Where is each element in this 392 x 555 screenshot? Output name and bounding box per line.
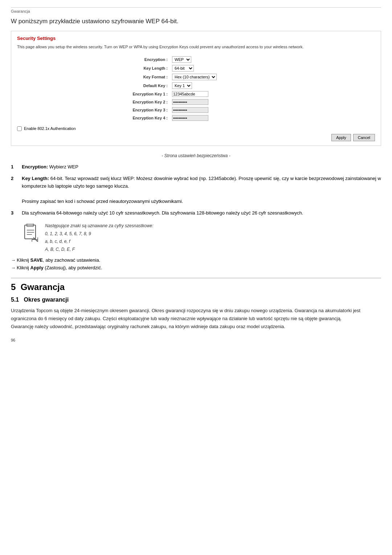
notepad-icon-svg	[22, 224, 40, 242]
auth-row: Enable 802.1x Authentication	[17, 126, 375, 131]
hex-text-block: Następujące znaki są uznawane za cyfry s…	[45, 222, 154, 253]
instruction-note-2: Prosimy zapisać ten kod i schować przed …	[22, 199, 183, 204]
encryption-value-cell: WEP WPA None	[171, 55, 272, 64]
settings-table: Encryption : WEP WPA None Key Length : 6…	[120, 55, 272, 122]
auth-checkbox-label: Enable 802.1x Authentication	[24, 126, 76, 131]
key-format-value-cell: Hex (10 characters) ASCII	[171, 73, 272, 81]
enc-key3-label: Encryption Key 3 :	[120, 106, 171, 114]
arrow-item-1: Kliknij SAVE, aby zachować ustawienia.	[11, 257, 381, 263]
default-key-select[interactable]: Key 1 Key 2 Key 3 Key 4	[172, 82, 192, 89]
hex-line2: a, b, c, d, e, f	[45, 239, 70, 244]
instruction-text-2: 64-bit. Teraz wprowadź swój klucz WEP: M…	[22, 176, 381, 189]
enc-key4-row: Encryption Key 4 :	[120, 114, 272, 122]
enc-key4-label: Encryption Key 4 :	[120, 114, 171, 122]
subsection-5-1-heading: 5.1 Okres gwarancji	[11, 297, 381, 303]
default-key-label: Default Key :	[120, 81, 171, 90]
instruction-text-3: Dla szyfrowania 64-bitowego należy użyć …	[22, 210, 303, 216]
key-format-row: Key Format : Hex (10 characters) ASCII	[120, 73, 272, 81]
arrow-item-2-after: (Zastosuj), aby potwierdzić.	[44, 265, 102, 270]
instruction-bold-1: Encryption:	[22, 164, 48, 170]
enc-key2-row: Encryption Key 2 :	[120, 98, 272, 106]
cancel-button[interactable]: Cancel	[353, 134, 375, 141]
key-length-row: Key Length : 64-bit 128-bit	[120, 64, 272, 73]
enc-key1-input[interactable]	[172, 91, 208, 97]
section-5-num: 5	[11, 282, 16, 292]
subsection-5-1-num: 5.1	[11, 297, 19, 303]
security-description: This page allows you setup the wireless …	[17, 44, 375, 50]
page-header-text: Gwarancja	[11, 9, 30, 13]
page-number: 96	[11, 338, 381, 342]
warranty-text: Urządzenia Topcom są objęte 24-miesięczn…	[11, 307, 381, 331]
apply-button[interactable]: Apply	[331, 134, 351, 141]
key-length-select[interactable]: 64-bit 128-bit	[172, 65, 194, 72]
auth-checkbox[interactable]	[17, 126, 22, 131]
enc-key4-input[interactable]	[172, 115, 208, 121]
enc-key3-value-cell	[171, 106, 272, 114]
enc-key1-value-cell	[171, 90, 272, 98]
instruction-bold-2: Key Length:	[22, 176, 49, 181]
default-key-row: Default Key : Key 1 Key 2 Key 3 Key 4	[120, 81, 272, 90]
security-settings-box: Security Settings This page allows you s…	[11, 31, 381, 146]
arrow-item-2: Kliknij Apply (Zastosuj), aby potwierdzi…	[11, 265, 381, 270]
instruction-item-3: 3 Dla szyfrowania 64-bitowego należy uży…	[11, 209, 381, 217]
security-title: Security Settings	[17, 36, 375, 41]
default-key-value-cell: Key 1 Key 2 Key 3 Key 4	[171, 81, 272, 90]
instruction-item-1: 1 Encryption: Wybierz WEP	[11, 163, 381, 171]
button-row: Apply Cancel	[17, 134, 375, 141]
arrow-item-2-bold: Apply	[30, 265, 44, 270]
enc-key2-input[interactable]	[172, 99, 208, 105]
instruction-num-3: 3	[11, 209, 13, 217]
arrow-item-1-after: , aby zachować ustawienia.	[43, 257, 100, 263]
intro-heading: W poniższym przykładzie ustawiono szyfro…	[11, 18, 381, 25]
encryption-row: Encryption : WEP WPA None	[120, 55, 272, 64]
section-5-heading: 5 Gwarancja	[11, 278, 381, 292]
enc-key3-input[interactable]	[172, 107, 208, 113]
page-header: Gwarancja	[11, 7, 381, 13]
arrow-item-2-before: Kliknij	[17, 265, 30, 270]
subsection-5-1-title: Okres gwarancji	[24, 297, 69, 303]
hex-line1: 0, 1, 2, 3, 4, 5, 6, 7, 8, 9	[45, 231, 91, 236]
instruction-item-2: 2 Key Length: 64-bit. Teraz wprowadź swó…	[11, 175, 381, 205]
instruction-num-2: 2	[11, 175, 13, 183]
arrow-item-1-bold: SAVE	[30, 257, 43, 263]
enc-key3-row: Encryption Key 3 :	[120, 106, 272, 114]
arrow-item-1-before: Kliknij	[17, 257, 30, 263]
key-length-label: Key Length :	[120, 64, 171, 73]
key-format-select[interactable]: Hex (10 characters) ASCII	[172, 74, 217, 80]
hex-icon	[22, 224, 40, 242]
key-length-value-cell: 64-bit 128-bit	[171, 64, 272, 73]
enc-key2-label: Encryption Key 2 :	[120, 98, 171, 106]
svg-rect-0	[25, 225, 36, 239]
section-5-title: Gwarancja	[21, 282, 65, 292]
instruction-text-1: Wybierz WEP	[49, 164, 78, 170]
enc-key4-value-cell	[171, 114, 272, 122]
enc-key1-label: Encryption Key 1 :	[120, 90, 171, 98]
encryption-select[interactable]: WEP WPA None	[172, 56, 191, 63]
hex-line3: A, B, C, D, E, F	[45, 247, 75, 252]
enc-key2-value-cell	[171, 98, 272, 106]
encryption-label: Encryption :	[120, 55, 171, 64]
hex-title: Następujące znaki są uznawane za cyfry s…	[45, 223, 154, 228]
key-format-label: Key Format :	[120, 73, 171, 81]
caption-text: - Strona ustawień bezpieczeństwa -	[11, 153, 381, 158]
enc-key1-row: Encryption Key 1 :	[120, 90, 272, 98]
arrow-items: Kliknij SAVE, aby zachować ustawienia. K…	[11, 257, 381, 270]
hex-note: Następujące znaki są uznawane za cyfry s…	[22, 222, 381, 253]
instructions-list: 1 Encryption: Wybierz WEP 2 Key Length: …	[11, 163, 381, 217]
instruction-num-1: 1	[11, 163, 13, 171]
